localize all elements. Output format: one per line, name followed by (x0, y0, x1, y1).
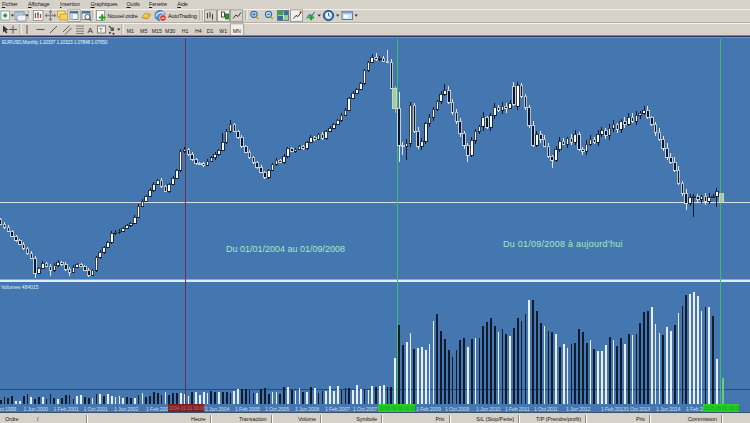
svg-text:1 Oct 2009: 1 Oct 2009 (445, 406, 469, 412)
svg-text:1 Jun 2014: 1 Jun 2014 (656, 406, 680, 412)
svg-text:1 Oct 1999: 1 Oct 1999 (0, 406, 16, 412)
svg-text:1 Feb 2007: 1 Feb 2007 (325, 406, 350, 412)
svg-text:1 Feb 2011: 1 Feb 2011 (505, 406, 530, 412)
svg-text:1 Oct 2007: 1 Oct 2007 (353, 406, 377, 412)
svg-text:1 Feb 2001: 1 Feb 2001 (54, 406, 79, 412)
svg-text:1 Jun 2004: 1 Jun 2004 (205, 406, 229, 412)
svg-text:2008.09.01 00:00: 2008.09.01 00:00 (380, 406, 417, 411)
svg-text:W1: W1 (219, 27, 227, 33)
svg-text:1 Feb 2009: 1 Feb 2009 (416, 406, 441, 412)
svg-text:Du 01/01/2004 au 01/09/2008: Du 01/01/2004 au 01/09/2008 (226, 244, 345, 254)
svg-text:H1: H1 (182, 27, 189, 33)
svg-text:1 Oct 2013: 1 Oct 2013 (626, 406, 650, 412)
svg-text:M1: M1 (127, 27, 134, 33)
svg-text:A: A (88, 26, 94, 35)
svg-text:D1: D1 (207, 27, 214, 33)
svg-text:2015.09.01 00:00: 2015.09.01 00:00 (704, 406, 741, 411)
svg-text:1 Jun 2002: 1 Jun 2002 (114, 406, 138, 412)
svg-text:AutoTrading: AutoTrading (168, 13, 197, 19)
svg-text:M15: M15 (152, 27, 162, 33)
svg-text:Volumes 484015: Volumes 484015 (1, 284, 39, 290)
svg-text:1 Oct 2001: 1 Oct 2001 (84, 406, 108, 412)
svg-text:EURUSD,Monthly 1.10337 1.1032: EURUSD,Monthly 1.10337 1.10323 1.07848 1… (2, 40, 108, 45)
svg-text:H4: H4 (195, 27, 202, 33)
svg-text:Nouvel ordre: Nouvel ordre (108, 13, 138, 19)
svg-text:Du 01/09/2008 à aujourd’hui: Du 01/09/2008 à aujourd’hui (503, 239, 623, 249)
svg-text:1 Oct 2005: 1 Oct 2005 (265, 406, 289, 412)
svg-text:M5: M5 (140, 27, 147, 33)
svg-text:1 Jun 2006: 1 Jun 2006 (295, 406, 319, 412)
svg-text:1 Feb 2005: 1 Feb 2005 (235, 406, 260, 412)
svg-text:1 Jun 2000: 1 Jun 2000 (24, 406, 48, 412)
svg-text:1 Feb 2013: 1 Feb 2013 (601, 406, 626, 412)
svg-text:MN: MN (233, 27, 241, 33)
svg-text:1 Jun 2010: 1 Jun 2010 (476, 406, 500, 412)
svg-text:1 Feb 2003: 1 Feb 2003 (146, 406, 171, 412)
svg-text:1 Oct 2011: 1 Oct 2011 (534, 406, 558, 412)
svg-text:M30: M30 (165, 27, 175, 33)
svg-text:1 Jun 2012: 1 Jun 2012 (566, 406, 590, 412)
svg-text:2004.01.01 00:00: 2004.01.01 00:00 (169, 406, 206, 411)
